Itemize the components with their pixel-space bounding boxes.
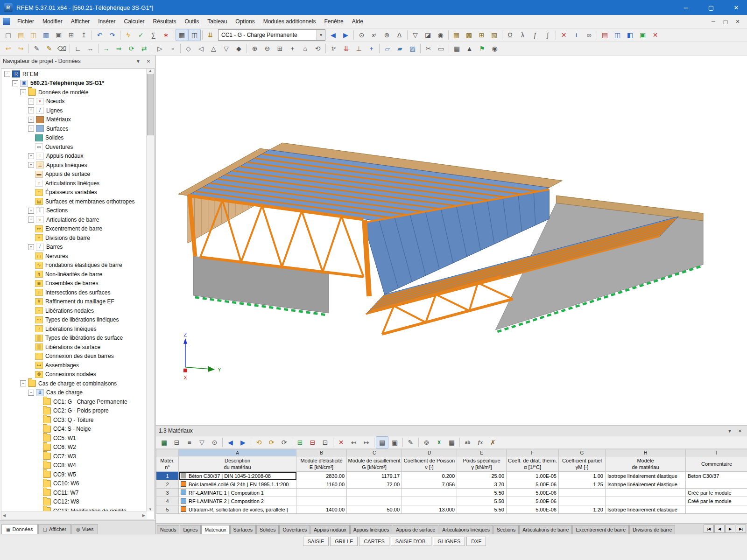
zoom-in-icon[interactable]: ⊕ [248,42,261,55]
column-letter-C[interactable]: C [347,449,402,456]
previous-load-case-icon[interactable]: ◀ [327,29,339,41]
save-icon[interactable]: ▥ [40,29,52,41]
table-cell[interactable]: 5.50 [457,489,507,497]
table-cell[interactable]: 5.00E-06 [507,480,559,489]
material-description-cell[interactable]: Bois lamellé-collé GL24h | EN 1995-1-1:2… [179,480,296,489]
function-icon[interactable]: ƒ [529,29,542,41]
expand-box-icon[interactable]: + [28,98,34,105]
tree-item-cc8-w4[interactable]: CC8: W4 [1,461,147,470]
tree-item-sections[interactable]: +ISections [1,206,147,216]
perspective-icon[interactable]: ◆ [233,42,245,55]
coordinates-icon[interactable]: Δ [393,29,406,41]
table-tab-excentrement-de-barre[interactable]: Excentrement de barre [572,525,629,534]
menu-tableau[interactable]: Tableau [203,15,231,28]
table-cell[interactable]: 5.50 [457,497,507,505]
tree-item-paisseurs-variables[interactable]: ≡Épaisseurs variables [1,188,147,197]
table-cell[interactable]: 5.00E-06 [507,497,559,505]
tree-item-n-uds[interactable]: +•Nœuds [1,97,147,106]
mdi-restore-icon[interactable]: ▢ [720,19,731,25]
table-cell[interactable]: 1400.00 [296,505,347,514]
table-cell[interactable]: 1.00E-05 [507,472,559,480]
tree-item-cc3-q-toiture[interactable]: CC3: Q - Toiture [1,415,147,425]
copy-object-icon[interactable]: ⇒ [113,42,125,55]
render-wireframe-icon[interactable]: ▱ [381,42,394,55]
table-to-end-icon[interactable]: ↦ [360,436,373,448]
rotate-icon[interactable]: ⟳ [125,42,138,55]
menu-fen-tre[interactable]: Fenêtre [320,15,347,28]
tree-item-barres[interactable]: +/Barres [1,243,147,252]
tree-item-mat-riaux[interactable]: +Matériaux [1,115,147,125]
print-icon[interactable]: ▣ [52,29,65,41]
expand-box-icon[interactable]: + [28,107,34,113]
next-load-case-icon[interactable]: ▶ [339,29,352,41]
numbering-icon[interactable]: x² [368,29,381,41]
mdi-close-icon[interactable]: ✕ [732,19,743,25]
table-tab-mat-riaux[interactable]: Matériaux [201,525,229,534]
table-redo-icon[interactable]: ⟳ [265,436,278,448]
tree-item-types-de-lib-rations-lin-iques[interactable]: ⋯Types de libérations linéiques [1,315,147,325]
table-tab-appuis-de-surface[interactable]: Appuis de surface [393,525,438,534]
menu-fichier[interactable]: Fichier [13,15,38,28]
menu-modifier[interactable]: Modifier [38,15,67,28]
mirror-icon[interactable]: ⇄ [138,42,150,55]
status-dxf[interactable]: DXF [466,537,486,546]
tree-item-divisions-de-barre[interactable]: ÷Divisions de barre [1,233,147,243]
tree-item-cc9-w5[interactable]: CC9: W5 [1,470,147,479]
results-icon[interactable]: ∑ [147,29,160,41]
tree-item-fondations-lastiques-de-barre[interactable]: ∿Fondations élastiques de barre [1,261,147,270]
partial-view-icon[interactable]: ◪ [422,29,434,41]
table-refresh-icon[interactable]: ⟳ [278,436,290,448]
table-print-icon[interactable]: ▣ [388,436,401,448]
menu-ins-rer[interactable]: Insérer [94,15,120,28]
open-file-icon[interactable]: ▤ [14,29,27,41]
table-edit-icon[interactable]: ✎ [404,436,417,448]
row-number-cell[interactable]: 1 [156,472,179,480]
tree-item-lib-rations-nodales[interactable]: ◦Libérations nodales [1,306,147,315]
table-next-icon[interactable]: ▶ [237,436,249,448]
tree-item-surfaces-et-membranes-orthotropes[interactable]: ▤Surfaces et membranes orthotropes [1,197,147,206]
close-panel-icon[interactable]: ✕ [144,59,153,64]
table-filter-off-icon[interactable]: ✗ [486,436,499,448]
expand-box-icon[interactable]: + [28,244,34,250]
render-solid-icon[interactable]: ▰ [394,42,406,55]
mesh-settings-icon[interactable]: ▩ [463,29,475,41]
rf-modules-icon[interactable]: ∗ [160,29,172,41]
show-loads-icon[interactable]: ⇊ [340,42,352,55]
edit-forward-icon[interactable]: ↪ [14,42,27,55]
table-tab-appuis-lin-iques[interactable]: Appuis linéiques [350,525,392,534]
column-letter-E[interactable]: E [457,449,507,456]
table-cell[interactable]: Créé par le module [686,489,747,497]
table-cell[interactable]: 5.00E-06 [507,505,559,514]
load-wizard-icon[interactable]: λ [516,29,529,41]
table-search-icon[interactable]: ⊙ [208,436,221,448]
calculate-icon[interactable]: ϟ [122,29,134,41]
render-transparent-icon[interactable]: ▨ [406,42,419,55]
copy-icon[interactable]: ⊞ [65,29,78,41]
combo-dropdown-icon[interactable]: ▾ [317,30,325,40]
tree-item-cas-de-charge[interactable]: −⇊Cas de charge [1,388,147,398]
menu-outils[interactable]: Outils [181,15,204,28]
collapse-box-icon[interactable]: − [28,390,34,396]
table-cell[interactable] [606,489,686,497]
check-model-icon[interactable]: ✓ [134,29,147,41]
load-case-combobox[interactable]: CC1 - G - Charge Permanente▾ [218,29,325,41]
material-description-cell[interactable]: RF-LAMINATE 1 | Composition 1 [179,489,296,497]
status-glignes[interactable]: GLIGNES [433,537,465,546]
scroll-left-icon[interactable]: ◀ [3,513,6,518]
table-cell[interactable]: 7.056 [402,480,457,489]
table-cell[interactable]: 1160.00 [296,480,347,489]
tree-item-connexions-nodales[interactable]: ⊗Connexions nodales [1,370,147,379]
show-tables-icon[interactable]: ▦ [176,29,188,41]
fe-mesh-icon[interactable]: ▧ [488,29,500,41]
tree-item-lib-rations-de-surface[interactable]: ▒Libérations de surface [1,343,147,352]
clipping-plane-icon[interactable]: ✂ [422,42,435,55]
table-delete-row-icon[interactable]: ⊟ [306,436,319,448]
expand-box-icon[interactable]: + [28,126,34,132]
table-cell[interactable]: Beton C30/37 [686,472,747,480]
tree-horizontal-scrollbar[interactable]: ◀ ▶ [1,511,147,519]
collapse-box-icon[interactable]: − [20,380,26,386]
row-number-cell[interactable]: 5 [156,505,179,514]
table-tab-appuis-nodaux[interactable]: Appuis nodaux [310,525,349,534]
show-numbering-icon[interactable]: 1² [327,42,340,55]
first-tab-button[interactable]: |◀ [704,525,714,533]
